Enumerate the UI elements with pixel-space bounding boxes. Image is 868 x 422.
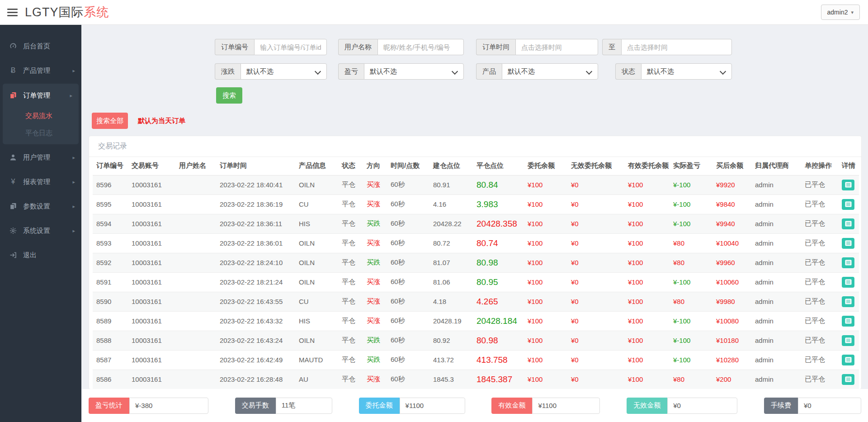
cell-profit: ¥-100: [670, 214, 712, 233]
cell-open-point: 80.72: [429, 233, 473, 253]
cell-duration: 60秒: [387, 272, 429, 292]
cell-agent: admin: [751, 253, 801, 272]
col-direction: 方向: [363, 157, 387, 175]
cell-control: 已平仓: [801, 214, 838, 233]
updown-select-value: 默认不选: [246, 67, 274, 76]
filter-order-time-start: 订单时间: [476, 39, 598, 55]
chevron-right-icon: ▸: [72, 155, 75, 161]
cell-user-name: [175, 214, 216, 233]
col-duration: 时间/点数: [387, 157, 429, 175]
col-valid-entrust: 有效委托余额: [624, 157, 670, 175]
cell-close-point: 4.265: [473, 292, 524, 311]
user-menu-button[interactable]: admin2 ▾: [821, 5, 860, 20]
cell-product: CU: [295, 292, 338, 311]
product-select[interactable]: 默认不选: [502, 63, 598, 80]
sidebar-item-logout[interactable]: 退出: [0, 243, 81, 267]
cell-product: OILN: [295, 331, 338, 350]
cell-profit: ¥80: [670, 292, 712, 311]
cell-invalid-entrust: ¥0: [567, 350, 624, 370]
status-select[interactable]: 默认不选: [641, 63, 732, 80]
detail-button[interactable]: [842, 218, 854, 229]
table-row: 8592 10003161 2023-02-22 18:24:10 OILN 平…: [93, 253, 859, 272]
sidebar-item-users[interactable]: 用户管理 ▸: [0, 145, 81, 170]
summary-entrust-amount: 委托金额 ¥1100: [359, 398, 465, 414]
detail-button[interactable]: [842, 257, 854, 268]
cell-close-point: 3.983: [473, 194, 524, 214]
cell-product: CU: [295, 194, 338, 214]
cell-product: OILN: [295, 253, 338, 272]
orders-icon: [9, 92, 17, 99]
cell-profit: ¥-100: [670, 175, 712, 194]
app-header: LGTY国际系统 admin2 ▾: [0, 0, 868, 25]
user-name-input[interactable]: [377, 39, 464, 55]
cell-agent: admin: [751, 350, 801, 370]
cell-detail: [838, 214, 859, 233]
cell-direction: 买涨: [363, 233, 387, 253]
col-status: 状态: [338, 157, 363, 175]
detail-button[interactable]: [842, 374, 854, 385]
cell-entrust: ¥100: [524, 214, 567, 233]
detail-button[interactable]: [842, 335, 854, 346]
cell-valid-entrust: ¥100: [624, 350, 670, 370]
summary-value: ¥1100: [532, 398, 600, 414]
cell-entrust: ¥100: [524, 233, 567, 253]
cell-valid-entrust: ¥100: [624, 175, 670, 194]
summary-value: ¥-380: [129, 398, 208, 414]
sidebar-item-orders[interactable]: 订单管理 ▸: [3, 84, 79, 107]
table-row: 8587 10003161 2023-02-22 16:42:49 MAUTD …: [93, 350, 859, 370]
col-detail: 详情: [838, 157, 859, 175]
cell-duration: 60秒: [387, 214, 429, 233]
time-start-input[interactable]: [515, 39, 598, 55]
list-icon: [845, 318, 852, 324]
cell-agent: admin: [751, 272, 801, 292]
sidebar-item-dashboard[interactable]: 后台首页: [0, 34, 81, 58]
search-button[interactable]: 搜索: [216, 87, 242, 104]
cell-order-no: 8595: [93, 194, 128, 214]
profit-select[interactable]: 默认不选: [364, 63, 464, 80]
sidebar-item-system[interactable]: 系统设置 ▸: [0, 218, 81, 243]
bitcoin-icon: Ƀ: [9, 67, 17, 74]
sidebar-item-label: 用户管理: [23, 153, 50, 162]
cell-detail: [838, 311, 859, 331]
sidebar-subitem-trade-flow[interactable]: 交易流水: [3, 107, 79, 124]
updown-select[interactable]: 默认不选: [241, 63, 327, 80]
cell-open-point: 80.91: [429, 175, 473, 194]
table-row: 8588 10003161 2023-02-22 16:43:24 OILN 平…: [93, 331, 859, 350]
detail-button[interactable]: [842, 199, 854, 210]
filter-profit: 盈亏 默认不选: [338, 63, 464, 80]
col-user-name: 用户姓名: [175, 157, 216, 175]
cell-agent: admin: [751, 370, 801, 389]
chevron-right-icon: ▸: [72, 179, 75, 185]
detail-button[interactable]: [842, 180, 854, 190]
detail-button[interactable]: [842, 238, 854, 249]
table-row: 8595 10003161 2023-02-22 18:36:19 CU 平仓 …: [93, 194, 859, 214]
cell-account: 10003161: [128, 194, 175, 214]
cell-order-no: 8586: [93, 370, 128, 389]
sidebar-item-params[interactable]: 参数设置 ▸: [0, 194, 81, 218]
detail-button[interactable]: [842, 277, 854, 288]
filter-status: 状态 默认不选: [615, 63, 732, 80]
col-entrust: 委托余额: [524, 157, 567, 175]
sidebar-item-products[interactable]: Ƀ 产品管理 ▸: [0, 58, 81, 83]
sidebar-item-reports[interactable]: ¥ 报表管理 ▸: [0, 170, 81, 194]
cell-account: 10003161: [128, 350, 175, 370]
cell-open-point: 4.18: [429, 292, 473, 311]
filter-user-name: 用户名称: [338, 39, 464, 55]
cell-status: 平仓: [338, 272, 363, 292]
search-all-button[interactable]: 搜索全部: [92, 113, 128, 129]
gear-icon: [9, 227, 17, 234]
detail-button[interactable]: [842, 316, 854, 327]
menu-toggle-icon[interactable]: [7, 7, 18, 18]
cell-order-no: 8596: [93, 175, 128, 194]
sidebar-item-label: 订单管理: [23, 91, 50, 100]
cell-order-no: 8591: [93, 272, 128, 292]
sidebar-item-label: 系统设置: [23, 227, 50, 235]
time-end-input[interactable]: [621, 39, 732, 55]
col-account: 交易账号: [128, 157, 175, 175]
cell-balance: ¥9840: [712, 194, 751, 214]
detail-button[interactable]: [842, 355, 854, 365]
sidebar-subitem-close-log[interactable]: 平仓日志: [3, 124, 79, 142]
cell-status: 平仓: [338, 331, 363, 350]
order-no-input[interactable]: [254, 39, 327, 55]
detail-button[interactable]: [842, 296, 854, 307]
